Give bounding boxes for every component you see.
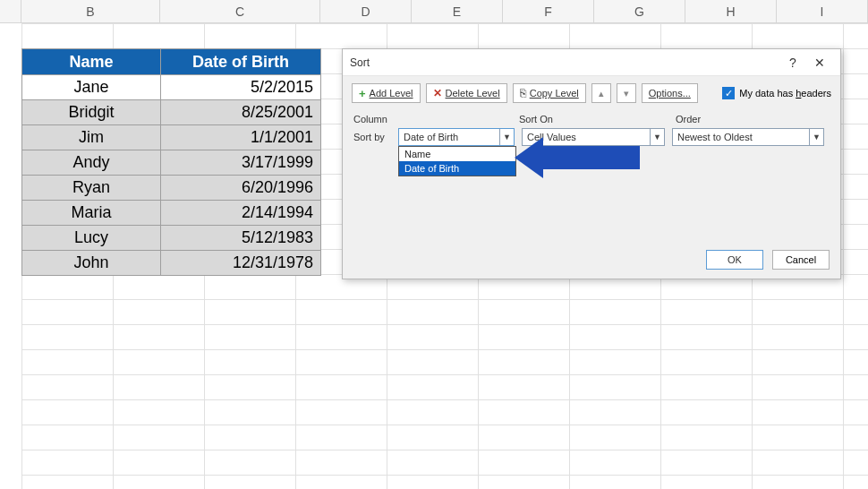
chevron-down-icon: ▼ <box>809 129 823 145</box>
ok-button[interactable]: OK <box>706 250 763 270</box>
cell-name[interactable]: John <box>22 251 161 276</box>
cell-dob[interactable]: 12/31/1978 <box>161 251 321 276</box>
data-table: Name Date of Birth Jane5/2/2015Bridgit8/… <box>21 48 321 276</box>
help-button[interactable]: ? <box>779 52 806 73</box>
sort-by-label: Sort by <box>353 132 391 142</box>
col-head-e[interactable]: E <box>412 0 503 22</box>
cancel-button[interactable]: Cancel <box>772 250 830 270</box>
cell-name[interactable]: Maria <box>22 201 161 226</box>
sort-column-combo[interactable]: Date of Birth ▼ NameDate of Birth <box>398 128 515 146</box>
headers-checkbox-label: My data has headers <box>739 88 831 99</box>
check-icon: ✓ <box>722 87 735 99</box>
col-head-h[interactable]: H <box>685 0 777 22</box>
col-head-i[interactable]: I <box>777 0 868 22</box>
chevron-down-icon: ▼ <box>499 129 514 145</box>
order-value: Newest to Oldest <box>673 132 809 142</box>
copy-level-label: Copy Level <box>530 88 579 99</box>
close-button[interactable]: ✕ <box>806 52 833 73</box>
cell-name[interactable]: Andy <box>22 150 161 176</box>
cell-name[interactable]: Bridgit <box>22 100 161 125</box>
cell-dob[interactable]: 2/14/1994 <box>161 201 321 226</box>
dropdown-option[interactable]: Name <box>399 147 515 161</box>
criteria-header-row: Column Sort On Order <box>343 114 840 124</box>
criteria-header-column: Column <box>353 114 519 124</box>
dialog-toolbar: + Add Level ✕ Delete Level ⎘ Copy Level … <box>343 76 840 110</box>
chevron-up-icon: ▴ <box>599 88 604 99</box>
column-header-bar: B C D E F G H I <box>0 0 868 23</box>
order-combo[interactable]: Newest to Oldest ▼ <box>672 128 824 146</box>
arrow-shaft <box>540 146 640 169</box>
options-label: Options... <box>649 88 691 99</box>
move-down-button[interactable]: ▾ <box>617 83 636 103</box>
table-row[interactable]: Jane5/2/2015 <box>22 75 321 100</box>
options-button[interactable]: Options... <box>642 83 698 103</box>
chevron-down-icon: ▼ <box>650 129 664 145</box>
col-head-d[interactable]: D <box>320 0 412 22</box>
cell-dob[interactable]: 8/25/2001 <box>161 100 321 125</box>
add-level-label: Add Level <box>370 88 413 99</box>
dropdown-option[interactable]: Date of Birth <box>399 161 515 176</box>
criteria-header-order: Order <box>676 114 830 124</box>
cell-name[interactable]: Jim <box>22 125 161 150</box>
table-row[interactable]: Jim1/1/2001 <box>22 125 321 150</box>
delete-level-label: Delete Level <box>446 88 500 99</box>
cell-dob[interactable]: 6/20/1996 <box>161 176 321 201</box>
cell-dob[interactable]: 5/2/2015 <box>161 75 321 100</box>
cell-name[interactable]: Lucy <box>22 226 161 251</box>
delete-level-button[interactable]: ✕ Delete Level <box>426 83 507 103</box>
callout-arrow <box>515 137 640 178</box>
copy-icon: ⎘ <box>520 87 526 99</box>
cell-name[interactable]: Ryan <box>22 176 161 201</box>
x-icon: ✕ <box>433 87 442 99</box>
dialog-title: Sort <box>350 56 779 69</box>
chevron-down-icon: ▾ <box>624 88 629 99</box>
cell-dob[interactable]: 3/17/1999 <box>161 150 321 176</box>
plus-icon: + <box>359 87 366 100</box>
headers-checkbox[interactable]: ✓ My data has headers <box>722 87 831 99</box>
dialog-footer: OK Cancel <box>706 250 830 270</box>
corner-gutter <box>0 0 21 22</box>
move-up-button[interactable]: ▴ <box>591 83 611 103</box>
header-name[interactable]: Name <box>22 49 161 75</box>
col-head-g[interactable]: G <box>594 0 685 22</box>
sort-column-value: Date of Birth <box>399 132 499 142</box>
dialog-titlebar[interactable]: Sort ? ✕ <box>343 49 840 76</box>
table-row[interactable]: Maria2/14/1994 <box>22 201 321 226</box>
table-row[interactable]: Ryan6/20/1996 <box>22 176 321 201</box>
add-level-button[interactable]: + Add Level <box>352 83 421 103</box>
criteria-header-sorton: Sort On <box>519 114 676 124</box>
table-row[interactable]: John12/31/1978 <box>22 251 321 276</box>
sort-column-dropdown: NameDate of Birth <box>398 146 516 176</box>
cell-dob[interactable]: 1/1/2001 <box>161 125 321 150</box>
table-row[interactable]: Lucy5/12/1983 <box>22 226 321 251</box>
cell-dob[interactable]: 5/12/1983 <box>161 226 321 251</box>
header-dob[interactable]: Date of Birth <box>161 49 321 75</box>
copy-level-button[interactable]: ⎘ Copy Level <box>513 83 586 103</box>
table-row[interactable]: Andy3/17/1999 <box>22 150 321 176</box>
cell-name[interactable]: Jane <box>22 75 161 100</box>
col-head-b[interactable]: B <box>21 0 160 22</box>
col-head-f[interactable]: F <box>503 0 594 22</box>
col-head-c[interactable]: C <box>160 0 320 22</box>
table-row[interactable]: Bridgit8/25/2001 <box>22 100 321 125</box>
